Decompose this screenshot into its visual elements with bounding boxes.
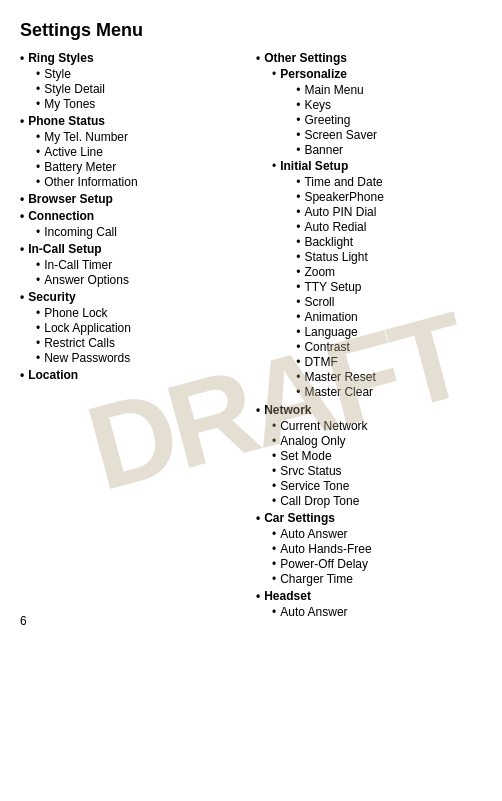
- sub-list: •Auto Answer: [256, 605, 482, 619]
- item-label: Status Light: [304, 250, 367, 264]
- item-label: Set Mode: [280, 449, 331, 463]
- page-container: Settings Menu •Ring Styles •Style •Style…: [0, 0, 502, 643]
- item-label: Backlight: [304, 235, 353, 249]
- bullet-icon: •: [36, 351, 40, 365]
- bullet-icon: •: [272, 67, 276, 81]
- bullet-icon: •: [296, 340, 300, 354]
- sub-list: •My Tel. Number •Active Line •Battery Me…: [20, 130, 246, 189]
- list-item: •Analog Only: [272, 434, 482, 448]
- item-label: Style Detail: [44, 82, 105, 96]
- bullet-icon: •: [296, 98, 300, 112]
- bullet-icon: •: [272, 479, 276, 493]
- bullet-icon: •: [36, 97, 40, 111]
- item-label: My Tel. Number: [44, 130, 128, 144]
- item-label: Srvc Status: [280, 464, 341, 478]
- list-item: •Connection •Incoming Call: [20, 209, 246, 239]
- list-item: • Personalize •Main Menu •Keys •Greeting…: [272, 67, 482, 158]
- item-label: Charger Time: [280, 572, 353, 586]
- bullet-icon: •: [272, 542, 276, 556]
- section-label: Connection: [28, 209, 94, 223]
- bullet-icon: •: [272, 572, 276, 586]
- list-item: •In-Call Setup •In-Call Timer •Answer Op…: [20, 242, 246, 287]
- list-item: •Restrict Calls: [36, 336, 246, 350]
- bullet-icon: •: [20, 368, 24, 382]
- bullet-icon: •: [296, 325, 300, 339]
- right-column: •Other Settings • Personalize •Main Menu…: [256, 51, 482, 623]
- list-item: •Srvc Status: [272, 464, 482, 478]
- bullet-icon: •: [296, 190, 300, 204]
- bullet-icon: •: [296, 113, 300, 127]
- list-item: •Master Reset: [296, 370, 384, 384]
- list-item: •Browser Setup: [20, 192, 246, 206]
- bullet-icon: •: [256, 589, 260, 603]
- bullet-icon: •: [20, 242, 24, 256]
- bullet-icon: •: [36, 258, 40, 272]
- list-item: •Master Clear: [296, 385, 384, 399]
- section-label: Network: [264, 403, 311, 417]
- bullet-icon: •: [36, 175, 40, 189]
- bullet-icon: •: [272, 449, 276, 463]
- sub-list: •Incoming Call: [20, 225, 246, 239]
- bullet-icon: •: [296, 220, 300, 234]
- list-item: •Charger Time: [272, 572, 482, 586]
- list-item: •TTY Setup: [296, 280, 384, 294]
- bullet-icon: •: [272, 434, 276, 448]
- item-label: Lock Application: [44, 321, 131, 335]
- list-item: •Service Tone: [272, 479, 482, 493]
- bullet-icon: •: [272, 557, 276, 571]
- item-label: Restrict Calls: [44, 336, 115, 350]
- list-item: •Language: [296, 325, 384, 339]
- list-item: •Ring Styles •Style •Style Detail •My To…: [20, 51, 246, 111]
- item-label: Zoom: [304, 265, 335, 279]
- list-item: •Auto Answer: [272, 605, 482, 619]
- list-item: •My Tones: [36, 97, 246, 111]
- sub-list: •Style •Style Detail •My Tones: [20, 67, 246, 111]
- bullet-icon: •: [296, 265, 300, 279]
- list-item: •In-Call Timer: [36, 258, 246, 272]
- section-label: In-Call Setup: [28, 242, 101, 256]
- section-label: Car Settings: [264, 511, 335, 525]
- list-item: •Phone Lock: [36, 306, 246, 320]
- sub-list: •In-Call Timer •Answer Options: [20, 258, 246, 287]
- item-label: Auto PIN Dial: [304, 205, 376, 219]
- item-label: Battery Meter: [44, 160, 116, 174]
- item-label: Animation: [304, 310, 357, 324]
- list-item: •Answer Options: [36, 273, 246, 287]
- list-item: •Screen Saver: [296, 128, 377, 142]
- item-label: Scroll: [304, 295, 334, 309]
- list-item: •SpeakerPhone: [296, 190, 384, 204]
- subsection-label: Personalize: [280, 67, 377, 81]
- list-item: •Phone Status •My Tel. Number •Active Li…: [20, 114, 246, 189]
- item-label: Keys: [304, 98, 331, 112]
- item-label: Current Network: [280, 419, 367, 433]
- sub-list: •Phone Lock •Lock Application •Restrict …: [20, 306, 246, 365]
- list-item: •New Passwords: [36, 351, 246, 365]
- bullet-icon: •: [36, 336, 40, 350]
- list-item: •Greeting: [296, 113, 377, 127]
- bullet-icon: •: [36, 145, 40, 159]
- item-label: Master Reset: [304, 370, 375, 384]
- bullet-icon: •: [296, 310, 300, 324]
- list-item: •DTMF: [296, 355, 384, 369]
- bullet-icon: •: [296, 280, 300, 294]
- bullet-icon: •: [296, 83, 300, 97]
- bullet-icon: •: [36, 67, 40, 81]
- bullet-icon: •: [256, 511, 260, 525]
- section-label: Location: [28, 368, 78, 382]
- bullet-icon: •: [272, 494, 276, 508]
- bullet-icon: •: [272, 527, 276, 541]
- item-label: Service Tone: [280, 479, 349, 493]
- content-columns: •Ring Styles •Style •Style Detail •My To…: [20, 51, 482, 623]
- list-item: •Lock Application: [36, 321, 246, 335]
- bullet-icon: •: [296, 295, 300, 309]
- item-label: Master Clear: [304, 385, 373, 399]
- item-label: Time and Date: [304, 175, 382, 189]
- list-item: •Active Line: [36, 145, 246, 159]
- list-item: •Battery Meter: [36, 160, 246, 174]
- bullet-icon: •: [256, 403, 260, 417]
- item-label: SpeakerPhone: [304, 190, 383, 204]
- bullet-icon: •: [296, 205, 300, 219]
- list-item: •Banner: [296, 143, 377, 157]
- item-label: Active Line: [44, 145, 103, 159]
- list-item: •My Tel. Number: [36, 130, 246, 144]
